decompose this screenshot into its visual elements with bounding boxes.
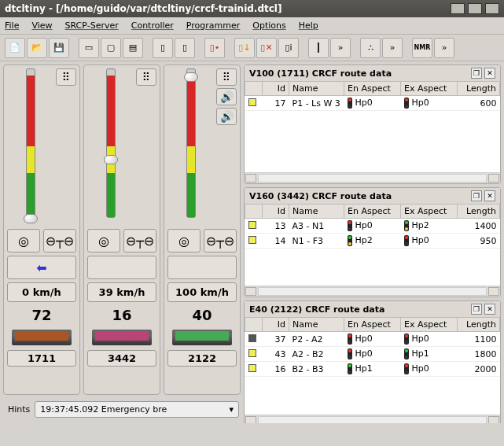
light-button[interactable]: ◎	[87, 229, 120, 252]
close-button[interactable]	[485, 3, 499, 14]
scroll-left-icon[interactable]	[245, 416, 256, 423]
signal-info-icon[interactable]: ▯i	[278, 38, 299, 58]
col-name[interactable]: Name	[289, 82, 344, 96]
table-row[interactable]: 16 B2 - B3 Hp1 Hp0 2000	[245, 362, 500, 377]
coupler-button[interactable]: ⊖┬⊖	[123, 229, 156, 252]
mast-icon[interactable]: ┃	[308, 38, 329, 58]
speed-slider[interactable]	[186, 68, 196, 218]
speed-slider[interactable]	[26, 68, 35, 218]
scroll-left-icon[interactable]	[245, 174, 256, 182]
col-en[interactable]: En Aspect	[344, 82, 401, 96]
cell-ex: Hp0	[401, 234, 458, 249]
col-len[interactable]: Length	[458, 318, 500, 332]
light-button[interactable]: ◎	[7, 229, 40, 252]
panel-restore-icon[interactable]: ❐	[471, 304, 482, 315]
cell-len: 2000	[458, 362, 500, 377]
route-panel: V160 (3442) CRCF route data ❐ ✕ Id Name …	[244, 187, 501, 297]
minimize-button[interactable]	[451, 3, 465, 14]
hints-combo[interactable]: 19:37:45.092 Emergency bre ▾	[35, 401, 239, 418]
direction-button[interactable]	[167, 256, 237, 279]
status-icon	[248, 221, 256, 229]
direction-button[interactable]: ⬅	[7, 256, 76, 279]
col-status[interactable]	[245, 82, 263, 96]
save-icon[interactable]: 💾	[49, 38, 69, 58]
layout2-icon[interactable]: ▢	[101, 38, 121, 58]
table-row[interactable]: 37 P2 - A2 Hp0 Hp0 1100	[245, 332, 500, 347]
speed-slider[interactable]	[106, 68, 116, 218]
panel-restore-icon[interactable]: ❐	[471, 190, 482, 201]
col-name[interactable]: Name	[289, 318, 344, 332]
coupler-button[interactable]: ⊖┬⊖	[204, 229, 237, 252]
cell-id: 17	[263, 96, 289, 111]
signal-red-icon[interactable]: ▯•	[204, 38, 225, 58]
dots-icon[interactable]: ⠿	[56, 68, 76, 86]
h-scrollbar[interactable]	[245, 172, 500, 183]
col-id[interactable]: Id	[263, 82, 289, 96]
panel-close-icon[interactable]: ✕	[484, 190, 495, 201]
scroll-right-icon[interactable]	[488, 174, 499, 182]
table-row[interactable]: 14 N1 - F3 Hp2 Hp0 950	[245, 234, 500, 249]
table-row[interactable]: 43 A2 - B2 Hp0 Hp1 1800	[245, 347, 500, 362]
col-id[interactable]: Id	[263, 205, 289, 219]
col-ex[interactable]: Ex Aspect	[401, 205, 458, 219]
cell-ex: Hp2	[401, 219, 458, 234]
layout1-icon[interactable]: ▭	[79, 38, 99, 58]
col-en[interactable]: En Aspect	[344, 205, 401, 219]
scroll-left-icon[interactable]	[245, 287, 256, 296]
cell-len: 1800	[458, 347, 500, 362]
panel-close-icon[interactable]: ✕	[484, 304, 495, 315]
open-icon[interactable]: 📂	[27, 38, 47, 58]
layout3-icon[interactable]: ▤	[123, 38, 143, 58]
scroll-right-icon[interactable]	[488, 287, 499, 296]
speaker-icon[interactable]: 🔊	[216, 88, 237, 105]
coupler-button[interactable]: ⊖┬⊖	[43, 229, 76, 252]
signal-icon	[404, 235, 409, 246]
dots-icon[interactable]: ⠿	[136, 68, 156, 86]
address-label: 16	[87, 305, 156, 325]
col-len[interactable]: Length	[458, 82, 500, 96]
signal2-icon[interactable]: ▯	[175, 38, 195, 58]
menu-programmer[interactable]: Programmer	[186, 20, 240, 31]
menu-srcp[interactable]: SRCP-Server	[65, 20, 119, 31]
col-id[interactable]: Id	[263, 318, 289, 332]
signal-down-icon[interactable]: ▯↓	[234, 38, 255, 58]
signal1-icon[interactable]: ▯	[153, 38, 173, 58]
speaker2-icon[interactable]: 🔊	[216, 108, 237, 125]
direction-button[interactable]	[87, 256, 156, 279]
menu-file[interactable]: File	[5, 20, 19, 31]
signal-x-icon[interactable]: ▯✕	[256, 38, 277, 58]
scroll-right-icon[interactable]	[488, 416, 499, 423]
cell-len: 600	[458, 96, 500, 111]
col-status[interactable]	[245, 318, 263, 332]
more1-icon[interactable]: »	[330, 38, 351, 58]
loco-icon	[92, 330, 152, 345]
cell-en: Hp0	[344, 347, 401, 362]
col-en[interactable]: En Aspect	[344, 318, 401, 332]
nmr-icon[interactable]: NMR	[412, 38, 432, 58]
col-len[interactable]: Length	[458, 205, 500, 219]
col-ex[interactable]: Ex Aspect	[401, 82, 458, 96]
panel-close-icon[interactable]: ✕	[484, 68, 495, 79]
col-name[interactable]: Name	[289, 205, 344, 219]
panel-restore-icon[interactable]: ❐	[471, 68, 482, 79]
table-row[interactable]: 13 A3 - N1 Hp0 Hp2 1400	[245, 219, 500, 234]
col-ex[interactable]: Ex Aspect	[401, 318, 458, 332]
menu-help[interactable]: Help	[299, 20, 318, 31]
more2-icon[interactable]: »	[382, 38, 403, 58]
dots-icon[interactable]: ⠿	[216, 68, 237, 86]
col-status[interactable]	[245, 205, 263, 219]
route-icon[interactable]: ⛬	[360, 38, 381, 58]
h-scrollbar[interactable]	[245, 415, 500, 423]
cell-id: 13	[263, 219, 289, 234]
speed-label: 39 km/h	[87, 282, 156, 302]
h-scrollbar[interactable]	[245, 286, 500, 297]
table-row[interactable]: 17 P1 - Ls W 3 Hp0 Hp0 600	[245, 96, 500, 111]
new-icon[interactable]: 📄	[5, 38, 25, 58]
menu-controller[interactable]: Controller	[131, 20, 174, 31]
menu-options[interactable]: Options	[252, 20, 285, 31]
maximize-button[interactable]	[468, 3, 482, 14]
more3-icon[interactable]: »	[434, 38, 454, 58]
throttle-1711: ⠿ ◎ ⊖┬⊖ ⬅ 0 km/h 72 1711	[3, 65, 80, 395]
light-button[interactable]: ◎	[167, 229, 200, 252]
menu-view[interactable]: View	[31, 20, 52, 31]
